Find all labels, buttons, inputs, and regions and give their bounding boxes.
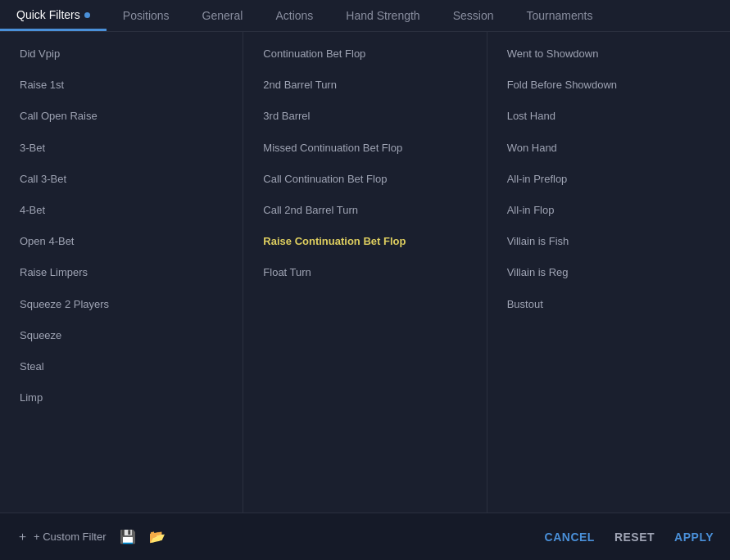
- filter-item-call-2nd-barrel-turn[interactable]: Call 2nd Barrel Turn: [243, 195, 486, 226]
- apply-button[interactable]: APPLY: [674, 531, 714, 544]
- filter-item-call-3-bet[interactable]: Call 3-Bet: [0, 164, 243, 195]
- nav-item-tournaments[interactable]: Tournaments: [510, 0, 609, 31]
- filter-item-villain-is-reg[interactable]: Villain is Reg: [487, 257, 730, 288]
- filter-item-bustout[interactable]: Bustout: [487, 289, 730, 320]
- filter-item-won-hand[interactable]: Won Hand: [487, 133, 730, 164]
- filter-item-steal[interactable]: Steal: [0, 351, 243, 382]
- column-3: Went to ShowdownFold Before ShowdownLost…: [487, 32, 730, 513]
- folder-icon-action[interactable]: 📂: [149, 529, 165, 544]
- filter-item-float-turn[interactable]: Float Turn: [243, 257, 486, 288]
- filter-item-call-open-raise[interactable]: Call Open Raise: [0, 101, 243, 132]
- nav-item-positions[interactable]: Positions: [107, 0, 186, 31]
- footer-left: ＋ + Custom Filter 💾 📂: [16, 529, 545, 544]
- nav-item-actions[interactable]: Actions: [259, 0, 329, 31]
- filter-item-limp[interactable]: Limp: [0, 382, 243, 413]
- footer: ＋ + Custom Filter 💾 📂 CANCEL RESET APPLY: [0, 513, 730, 560]
- filter-item-2nd-barrel-turn[interactable]: 2nd Barrel Turn: [243, 70, 486, 101]
- column-1: Did VpipRaise 1stCall Open Raise3-BetCal…: [0, 32, 243, 513]
- nav-bar: Quick FiltersPositionsGeneralActionsHand…: [0, 0, 730, 32]
- plus-icon: ＋: [16, 529, 29, 544]
- filter-item-missed-continuation-bet-flop[interactable]: Missed Continuation Bet Flop: [243, 133, 486, 164]
- custom-filter-action[interactable]: ＋ + Custom Filter: [16, 529, 107, 544]
- save-icon: 💾: [120, 529, 136, 544]
- nav-item-session[interactable]: Session: [437, 0, 510, 31]
- nav-dot-quick-filters: [84, 12, 90, 18]
- filter-item-raise-1st[interactable]: Raise 1st: [0, 70, 243, 101]
- cancel-button[interactable]: CANCEL: [545, 531, 595, 544]
- filter-item-went-to-showdown[interactable]: Went to Showdown: [487, 38, 730, 70]
- filter-item-villain-is-fish[interactable]: Villain is Fish: [487, 226, 730, 257]
- content-area: Did VpipRaise 1stCall Open Raise3-BetCal…: [0, 32, 730, 513]
- filter-item-3-bet[interactable]: 3-Bet: [0, 133, 243, 164]
- save-icon-action[interactable]: 💾: [120, 529, 136, 544]
- filter-item-continuation-bet-flop[interactable]: Continuation Bet Flop: [243, 38, 486, 70]
- folder-icon: 📂: [149, 529, 165, 544]
- filter-item-open-4-bet[interactable]: Open 4-Bet: [0, 226, 243, 257]
- filter-item-squeeze-2-players[interactable]: Squeeze 2 Players: [0, 289, 243, 320]
- custom-filter-label: + Custom Filter: [34, 531, 107, 543]
- nav-item-quick-filters[interactable]: Quick Filters: [0, 0, 107, 31]
- column-2: Continuation Bet Flop2nd Barrel Turn3rd …: [243, 32, 486, 513]
- filter-item-squeeze[interactable]: Squeeze: [0, 320, 243, 351]
- footer-right: CANCEL RESET APPLY: [545, 531, 714, 544]
- filter-item-lost-hand[interactable]: Lost Hand: [487, 101, 730, 132]
- filter-item-raise-limpers[interactable]: Raise Limpers: [0, 257, 243, 288]
- nav-item-hand-strength[interactable]: Hand Strength: [329, 0, 436, 31]
- reset-button[interactable]: RESET: [614, 531, 655, 544]
- filter-item-4-bet[interactable]: 4-Bet: [0, 195, 243, 226]
- filter-item-fold-before-showdown[interactable]: Fold Before Showdown: [487, 70, 730, 101]
- filter-item-call-continuation-bet-flop[interactable]: Call Continuation Bet Flop: [243, 164, 486, 195]
- filter-item-3rd-barrel[interactable]: 3rd Barrel: [243, 101, 486, 132]
- filter-item-all-in-preflop[interactable]: All-in Preflop: [487, 164, 730, 195]
- filter-item-all-in-flop[interactable]: All-in Flop: [487, 195, 730, 226]
- nav-item-general[interactable]: General: [186, 0, 260, 31]
- filter-item-did-vpip[interactable]: Did Vpip: [0, 38, 243, 70]
- filter-item-raise-continuation-bet-flop[interactable]: Raise Continuation Bet Flop: [243, 226, 486, 257]
